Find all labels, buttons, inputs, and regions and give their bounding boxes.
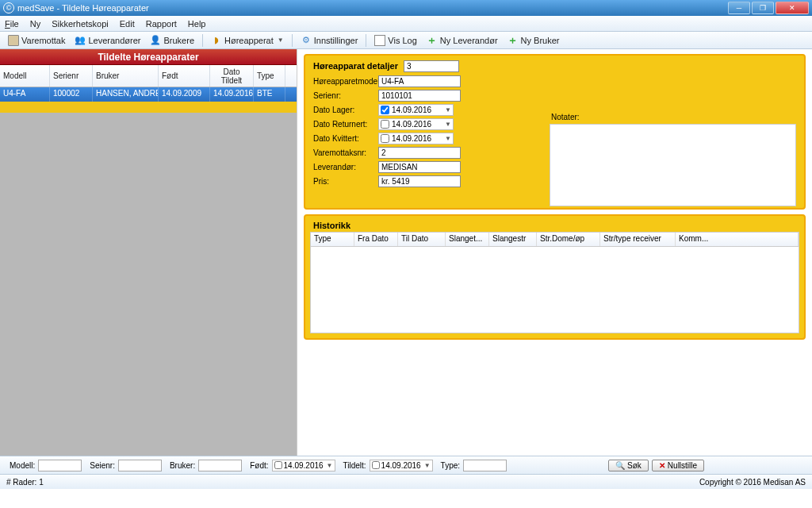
maximize-button[interactable]: ❐ — [752, 2, 774, 14]
search-icon: 🔍 — [615, 461, 625, 470]
detail-index-input[interactable] — [404, 60, 459, 72]
window-title: medSave - Tildelte Høreapparater — [17, 3, 149, 13]
window-titlebar: © medSave - Tildelte Høreapparater ─ ❐ ✕ — [0, 0, 812, 16]
filter-modell-input[interactable] — [38, 460, 82, 471]
varemottaksnr-input[interactable] — [378, 147, 461, 159]
notater-textarea[interactable] — [550, 124, 796, 206]
chevron-down-icon[interactable]: ▼ — [445, 135, 451, 142]
detail-title: Høreapparat detaljer — [313, 60, 796, 72]
app-icon: © — [3, 2, 14, 13]
filter-type-input[interactable] — [463, 460, 507, 471]
menu-sikkerhet[interactable]: Sikkerhetskopi — [52, 19, 109, 29]
toolbar-leverandorer[interactable]: 👥Leverandører — [71, 34, 144, 47]
clear-icon: ✕ — [659, 461, 665, 470]
historikk-grid[interactable]: Type Fra Dato Til Dato Slanget... Slange… — [310, 232, 799, 333]
plus-icon: ＋ — [427, 35, 438, 46]
close-button[interactable]: ✕ — [776, 2, 809, 14]
search-button[interactable]: 🔍Søk — [608, 460, 649, 471]
dato-lager-input[interactable]: 14.09.2016▼ — [378, 104, 454, 116]
col-serienr[interactable]: Serienr — [50, 65, 93, 87]
chevron-down-icon[interactable]: ▼ — [424, 462, 431, 469]
toolbar-varemottak[interactable]: Varemottak — [5, 34, 68, 47]
chevron-down-icon: ▼ — [278, 37, 284, 44]
ear-icon: ◗ — [211, 35, 222, 46]
notater-label: Notater: — [551, 113, 580, 121]
menu-edit[interactable]: Edit — [120, 19, 135, 29]
chevron-down-icon[interactable]: ▼ — [445, 121, 451, 128]
gear-icon: ⚙ — [301, 35, 312, 46]
filter-serienr-input[interactable] — [118, 460, 162, 471]
left-panel: Tildelte Høreapparater Modell Serienr Br… — [0, 49, 297, 489]
menu-rapport[interactable]: Rapport — [146, 19, 177, 29]
grid-header: Modell Serienr Bruker Født Dato Tildelt … — [0, 65, 297, 87]
filter-fodt-date[interactable]: 14.09.2016▼ — [272, 460, 335, 471]
historikk-title: Historikk — [305, 216, 804, 232]
chevron-down-icon[interactable]: ▼ — [327, 462, 333, 469]
col-type[interactable]: Type — [254, 65, 285, 87]
col-dato-tildelt[interactable]: Dato Tildelt — [210, 65, 254, 87]
col-modell[interactable]: Modell — [0, 65, 50, 87]
menu-ny[interactable]: Ny — [30, 19, 40, 29]
toolbar: Varemottak 👥Leverandører 👤Brukere ◗Hørea… — [0, 32, 812, 49]
user-icon: 👤 — [150, 35, 161, 46]
log-icon — [374, 35, 385, 46]
toolbar-ny-leverandor[interactable]: ＋Ny Leverandør — [423, 34, 501, 47]
chevron-down-icon[interactable]: ▼ — [445, 106, 451, 114]
grid-row-empty — [0, 102, 297, 113]
dato-kvittert-input[interactable]: 14.09.2016▼ — [378, 133, 454, 144]
col-fodt[interactable]: Født — [159, 65, 210, 87]
historikk-panel: Historikk Type Fra Dato Til Dato Slanget… — [304, 214, 806, 340]
grid-row-selected[interactable]: U4-FA 100002 HANSEN, ANDRE 14.09.2009 14… — [0, 87, 297, 102]
toolbar-vislog[interactable]: Vis Log — [371, 34, 420, 47]
toolbar-horeapparat[interactable]: ◗Høreapperat▼ — [208, 34, 287, 47]
detail-panel: Høreapparat detaljer Høreapparetmodel: S… — [304, 54, 806, 210]
filter-bar: Modell: Seienr: Bruker: Født: 14.09.2016… — [0, 456, 812, 475]
status-bar: # Rader: 1 Copyright © 2016 Medisan AS — [0, 475, 812, 489]
right-panel: Høreapparat detaljer Høreapparetmodel: S… — [297, 49, 812, 489]
col-bruker[interactable]: Bruker — [93, 65, 159, 87]
dato-returnert-input[interactable]: 14.09.2016▼ — [378, 118, 454, 130]
filter-bruker-input[interactable] — [198, 460, 242, 471]
box-icon — [8, 35, 19, 46]
historikk-header: Type Fra Dato Til Dato Slanget... Slange… — [311, 233, 799, 247]
minimize-button[interactable]: ─ — [728, 2, 750, 14]
toolbar-brukere[interactable]: 👤Brukere — [147, 34, 197, 47]
people-icon: 👥 — [75, 35, 86, 46]
pris-input[interactable] — [378, 175, 461, 187]
copyright: Copyright © 2016 Medisan AS — [699, 478, 806, 487]
menu-file[interactable]: File — [5, 19, 19, 29]
model-input[interactable] — [378, 75, 461, 87]
left-panel-title: Tildelte Høreapparater — [0, 49, 297, 65]
menu-help[interactable]: Help — [188, 19, 206, 29]
reset-button[interactable]: ✕Nullstille — [652, 460, 704, 471]
menu-bar: File Ny Sikkerhetskopi Edit Rapport Help — [0, 16, 812, 32]
grid-body[interactable]: U4-FA 100002 HANSEN, ANDRE 14.09.2009 14… — [0, 87, 297, 476]
serienr-input[interactable] — [378, 90, 461, 102]
leverandor-input[interactable] — [378, 161, 461, 173]
toolbar-innstillinger[interactable]: ⚙Innstillinger — [297, 34, 362, 47]
filter-tildelt-date[interactable]: 14.09.2016▼ — [370, 460, 433, 471]
row-count: # Rader: 1 — [6, 478, 44, 487]
plus-icon: ＋ — [508, 35, 519, 46]
toolbar-ny-bruker[interactable]: ＋Ny Bruker — [504, 34, 563, 47]
